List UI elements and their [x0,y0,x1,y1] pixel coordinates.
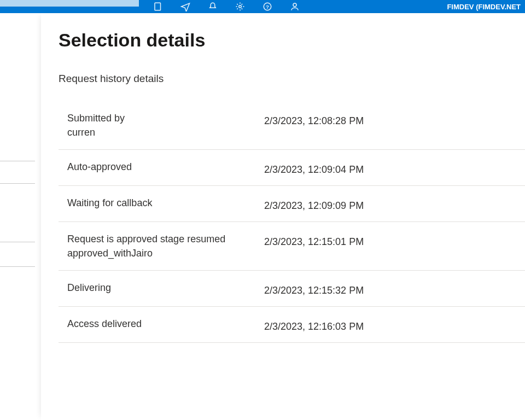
svg-point-4 [293,3,296,7]
history-row: Access delivered 2/3/2023, 12:16:03 PM [59,307,525,343]
history-line2: approved_withJairo [67,246,264,260]
history-description: Delivering [67,281,264,296]
details-panel: Selection details Request history detail… [41,13,525,420]
history-description: Access delivered [67,317,264,332]
svg-point-1 [239,5,242,8]
history-line1: Auto-approved [67,160,264,174]
history-line1: Submitted by [67,111,264,125]
page-title: Selection details [59,30,525,51]
topbar-icon-row: ? [153,0,300,13]
send-icon[interactable] [180,2,190,11]
history-description: Auto-approved [67,160,264,176]
history-line1: Delivering [67,281,264,295]
history-timestamp: 2/3/2023, 12:08:28 PM [264,111,364,139]
history-description: Submitted by curren [67,111,264,139]
left-side-panel [0,13,35,420]
svg-rect-0 [155,3,161,10]
history-timestamp: 2/3/2023, 12:15:32 PM [264,281,364,296]
help-icon[interactable]: ? [262,2,272,11]
history-row: Waiting for callback 2/3/2023, 12:09:09 … [59,186,525,222]
history-timestamp: 2/3/2023, 12:09:04 PM [264,160,364,176]
history-row: Delivering 2/3/2023, 12:15:32 PM [59,271,525,307]
svg-text:?: ? [266,4,269,10]
sidebar-divider [0,266,35,267]
history-timestamp: 2/3/2023, 12:16:03 PM [264,317,364,332]
history-line1: Waiting for callback [67,196,264,210]
history-description: Request is approved stage resumed approv… [67,232,264,260]
section-subtitle: Request history details [59,73,525,85]
history-description: Waiting for callback [67,196,264,212]
gear-icon[interactable] [235,2,245,11]
history-row: Auto-approved 2/3/2023, 12:09:04 PM [59,150,525,186]
history-timestamp: 2/3/2023, 12:15:01 PM [264,232,364,260]
history-row: Request is approved stage resumed approv… [59,222,525,271]
history-list: Submitted by curren 2/3/2023, 12:08:28 P… [59,101,525,343]
history-line2: curren [67,125,264,139]
account-label[interactable]: FIMDEV (FIMDEV.NET [447,3,521,11]
history-row: Submitted by curren 2/3/2023, 12:08:28 P… [59,101,525,150]
history-timestamp: 2/3/2023, 12:09:09 PM [264,196,364,212]
notebook-icon[interactable] [153,2,163,11]
history-line1: Request is approved stage resumed [67,232,264,246]
active-tab-highlight [0,0,140,7]
person-icon[interactable] [290,2,300,11]
history-line1: Access delivered [67,317,264,331]
bell-icon[interactable] [208,2,218,11]
